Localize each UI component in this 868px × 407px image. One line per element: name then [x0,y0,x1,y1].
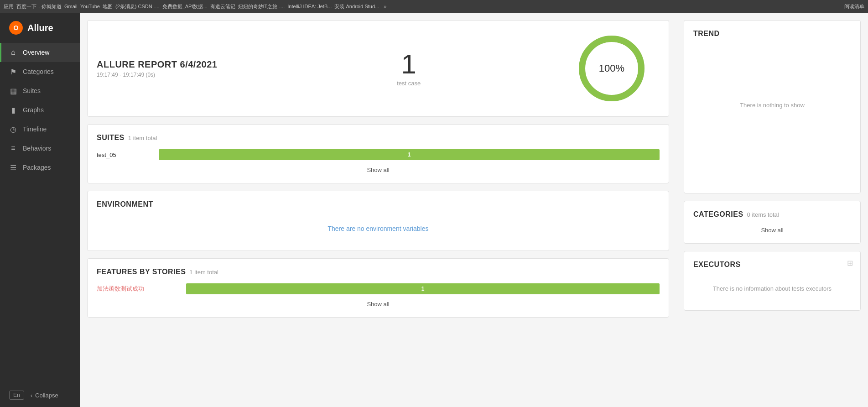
grid-icon: ⊞ [847,259,853,267]
categories-card: CATEGORIES 0 items total Show all [684,201,861,244]
feature-name: 加法函数测试成功 [97,285,179,293]
chevron-left-icon: ‹ [31,392,32,399]
sidebar-item-timeline[interactable]: ◷ Timeline [0,120,80,139]
sidebar-item-behaviors[interactable]: ≡ Behaviors [0,139,80,158]
main-content: ALLURE REPORT 6/4/2021 19:17:49 - 19:17:… [80,13,868,407]
home-icon: ⌂ [9,48,17,57]
sidebar-item-overview[interactable]: ⌂ Overview [0,43,80,62]
categories-title: CATEGORIES [693,210,743,219]
categories-header: CATEGORIES 0 items total [693,210,851,219]
suites-title: SUITES [97,134,125,142]
executors-title: EXECUTORS [693,261,741,269]
browser-tab[interactable]: 有道云笔记 [210,3,235,10]
categories-subtitle: 0 items total [747,211,779,218]
browser-tab[interactable]: 免费数据_API数据... [162,3,208,10]
suite-bar-fill: 1 [159,149,660,160]
clock-icon: ◷ [9,125,17,133]
sidebar-item-label: Graphs [23,106,44,114]
sidebar-item-label: Behaviors [23,145,51,152]
environment-header: ENVIRONMENT [97,200,660,209]
app-logo-icon: O [9,21,23,35]
browser-bar: 应用 百度一下，你就知道 Gmail YouTube 地图 (2条消息) CSD… [0,0,868,13]
donut-chart: 100% [573,30,650,107]
trend-card: TREND There is nothing to show [684,20,861,193]
briefcase-icon: ▦ [9,87,17,95]
app-name: Allure [27,23,53,33]
sidebar-item-categories[interactable]: ⚑ Categories [0,62,80,81]
browser-tab[interactable]: (2条消息) CSDN -... [115,3,160,10]
suite-name: test_05 [97,151,151,158]
browser-tab[interactable]: YouTube [80,4,100,9]
collapse-label: Collapse [35,392,58,399]
suite-row: test_05 1 [97,149,660,160]
sidebar-item-suites[interactable]: ▦ Suites [0,81,80,100]
browser-tab[interactable]: 百度一下，你就知道 [16,3,62,10]
report-time-range: 19:17:49 - 19:17:49 (0s) [97,72,217,78]
suite-bar-container: 1 [159,149,660,160]
browser-tab[interactable]: IntelliJ IDEA: JetB... [287,4,332,9]
categories-show-all-button[interactable]: Show all [761,227,783,234]
suites-header: SUITES 1 item total [97,134,660,142]
sidebar-item-label: Categories [23,68,54,75]
sidebar-footer: En ‹ Collapse [0,383,80,407]
trend-no-data: There is nothing to show [693,83,851,127]
sidebar-navigation: ⌂ Overview ⚑ Categories ▦ Suites ▮ Graph… [0,43,80,383]
browser-tab[interactable]: 应用 [4,3,14,10]
app-container: O Allure ⌂ Overview ⚑ Categories ▦ Suite… [0,13,868,407]
collapse-button[interactable]: ‹ Collapse [31,392,58,399]
report-title: ALLURE REPORT 6/4/2021 [97,59,217,70]
sidebar-item-packages[interactable]: ☰ Packages [0,158,80,177]
environment-title: ENVIRONMENT [97,200,153,209]
sidebar-item-label: Overview [23,49,49,56]
sidebar-item-label: Suites [23,87,41,94]
language-button[interactable]: En [9,391,24,400]
center-panel: ALLURE REPORT 6/4/2021 19:17:49 - 19:17:… [80,13,676,407]
executors-card: EXECUTORS ⊞ There is no information abou… [684,251,861,311]
flag-icon: ⚑ [9,68,17,76]
trend-header: TREND [693,30,851,38]
suites-show-all-button[interactable]: Show all [367,167,389,173]
features-show-all-button[interactable]: Show all [367,301,389,308]
sidebar-logo: O Allure [0,13,80,43]
test-label: test case [397,80,421,87]
chart-icon: ▮ [9,106,17,114]
suites-subtitle: 1 item total [128,135,157,141]
environment-card: ENVIRONMENT There are no environment var… [87,191,669,251]
sidebar-item-graphs[interactable]: ▮ Graphs [0,100,80,120]
features-header: FEATURES BY STORIES 1 item total [97,268,660,276]
environment-message: There are no environment variables [97,216,660,241]
report-header-card: ALLURE REPORT 6/4/2021 19:17:49 - 19:17:… [87,20,669,117]
feature-row: 加法函数测试成功 1 [97,283,660,294]
behaviors-icon: ≡ [9,144,17,152]
sidebar-item-label: Timeline [23,125,47,133]
suites-card: SUITES 1 item total test_05 1 Show all [87,124,669,183]
browser-tab[interactable]: Gmail [64,4,78,9]
report-title-section: ALLURE REPORT 6/4/2021 19:17:49 - 19:17:… [97,59,217,78]
trend-title: TREND [693,30,720,38]
test-count: 1 [397,51,421,78]
features-title: FEATURES BY STORIES [97,268,186,276]
features-show-all-container: Show all [97,300,660,308]
browser-tab[interactable]: 安装 Android Stud... [334,3,379,10]
features-card: FEATURES BY STORIES 1 item total 加法函数测试成… [87,258,669,318]
packages-icon: ☰ [9,163,17,172]
donut-percent-label: 100% [599,63,624,74]
browser-tab[interactable]: 妞妞的奇妙IT之旅 -... [238,3,285,10]
feature-bar-fill: 1 [186,283,660,294]
suites-show-all-container: Show all [97,166,660,174]
report-count-section: 1 test case [397,51,421,87]
feature-bar-container: 1 [186,283,660,294]
right-panel: TREND There is nothing to show CATEGORIE… [676,13,868,407]
categories-show-all-container: Show all [693,226,851,234]
features-subtitle: 1 item total [189,269,218,276]
executors-header: EXECUTORS [693,261,851,269]
sidebar-item-label: Packages [23,164,51,171]
sidebar: O Allure ⌂ Overview ⚑ Categories ▦ Suite… [0,13,80,407]
browser-tab[interactable]: 地图 [103,3,113,10]
executors-message: There is no information about tests exec… [693,276,851,301]
